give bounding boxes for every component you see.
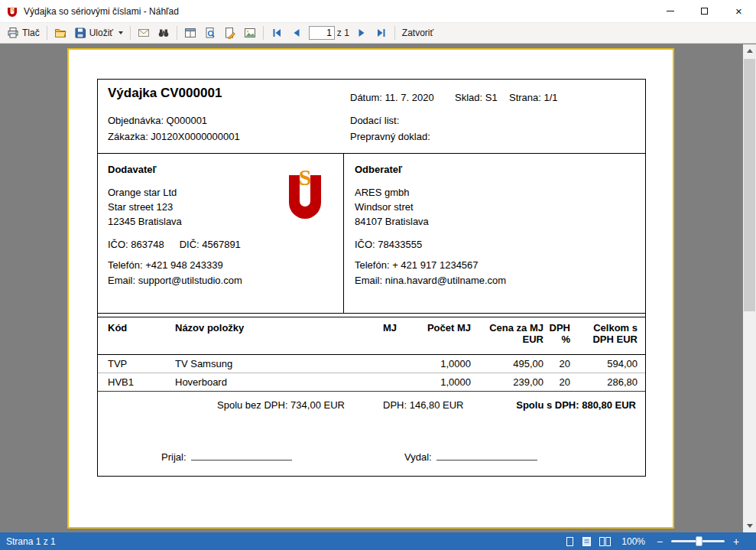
header-cell: DPH%	[543, 317, 570, 354]
separator	[130, 26, 131, 40]
cell-quantity: 1,0000	[397, 376, 471, 388]
svg-text:S: S	[299, 164, 312, 190]
cell-unit-price: 495,00	[471, 358, 543, 369]
app-icon: S	[6, 5, 18, 18]
maximize-icon	[701, 8, 708, 15]
separator	[177, 26, 177, 40]
print-button[interactable]: Tlač	[3, 24, 44, 41]
cell-item-name: Hoverboard	[175, 376, 343, 388]
company-logo: S	[284, 164, 326, 224]
cell-total: 286,80	[570, 376, 647, 388]
window-controls: ×	[653, 0, 756, 22]
invoice-header: Výdajka CV000001 Dátum: 11. 7. 2020 Skla…	[98, 80, 645, 154]
last-page-button[interactable]	[372, 24, 391, 41]
open-folder-icon	[54, 27, 67, 39]
table-row: TVP TV Samsung 1,0000 495,00 20 594,00	[98, 355, 645, 373]
status-page-info: Strana 1 z 1	[6, 536, 56, 547]
header-cell: Celkom sDPH EUR	[570, 317, 647, 354]
first-page-button[interactable]	[267, 24, 287, 41]
customer-ico: IČO: 78433555	[355, 237, 423, 252]
table-row: HVB1 Hoverboard 1,0000 239,00 20 286,80	[98, 373, 645, 392]
maximize-button[interactable]	[687, 0, 722, 22]
image-icon	[244, 27, 256, 39]
supplier-ico: IČO: 863748	[108, 237, 177, 252]
cell-quantity: 1,0000	[397, 358, 471, 369]
vertical-scrollbar[interactable]	[743, 44, 756, 532]
window-title: Výdajka so sériovými číslami - Náhľad	[24, 6, 179, 17]
scroll-up-button[interactable]	[743, 44, 756, 57]
close-button[interactable]: ×	[722, 0, 756, 22]
zoom-slider-thumb[interactable]	[696, 536, 702, 546]
previous-page-button[interactable]	[287, 24, 307, 41]
status-bar: Strana 1 z 1 100% − +	[0, 532, 756, 550]
watermark-button[interactable]	[240, 24, 260, 41]
customer-name: ARES gmbh	[355, 185, 645, 200]
arrow-down-icon	[747, 524, 753, 528]
totals-row: Spolu bez DPH: 734,00 EUR DPH: 146,80 EU…	[98, 392, 645, 439]
header-cell: Kód	[98, 317, 175, 354]
close-icon: ×	[735, 5, 742, 18]
supplier-email: Email: support@utilstudio.com	[108, 273, 343, 288]
save-label: Uložiť	[89, 28, 113, 38]
edit-page-button[interactable]	[220, 24, 240, 41]
preview-area: Výdajka CV000001 Dátum: 11. 7. 2020 Skla…	[0, 44, 756, 532]
minimize-icon	[667, 11, 674, 11]
page-number-input[interactable]	[309, 26, 335, 40]
page-layout-button[interactable]	[180, 24, 200, 41]
scrollbar-thumb[interactable]	[744, 59, 755, 311]
zoom-out-button[interactable]: −	[655, 536, 664, 547]
separator	[47, 26, 47, 40]
document-title: Výdajka CV000001	[108, 86, 222, 101]
received-by: Prijal:	[161, 451, 292, 463]
document-page: Výdajka CV000001 Dátum: 11. 7. 2020 Skla…	[67, 48, 674, 529]
zoom-in-button[interactable]: +	[732, 536, 741, 547]
search-button[interactable]	[154, 24, 174, 41]
email-button[interactable]	[134, 24, 154, 41]
binoculars-icon	[157, 27, 170, 39]
print-label: Tlač	[22, 28, 40, 38]
arrow-up-icon	[747, 49, 753, 53]
close-preview-label: Zatvoriť	[402, 28, 433, 38]
last-page-icon	[375, 27, 388, 39]
open-button[interactable]	[50, 24, 70, 41]
header-cell: Cena za MJEUR	[471, 317, 543, 354]
title-bar: S Výdajka so sériovými číslami - Náhľad …	[0, 0, 756, 23]
close-preview-button[interactable]: Zatvoriť	[398, 25, 437, 41]
page-label: Strana: 1/1	[509, 92, 558, 103]
invoice-frame: Výdajka CV000001 Dátum: 11. 7. 2020 Skla…	[97, 79, 646, 477]
customer-city: 84107 Bratislava	[355, 214, 645, 229]
cell-vat-rate: 20	[543, 376, 570, 388]
cell-unit-price: 239,00	[471, 376, 543, 388]
single-page-view-icon[interactable]	[565, 536, 575, 547]
header-cell: MJ	[343, 317, 397, 354]
zoom-level-label: 100%	[621, 536, 645, 547]
date-label: Dátum: 11. 7. 2020	[350, 92, 434, 103]
next-page-button[interactable]	[352, 24, 372, 41]
scroll-down-button[interactable]	[743, 519, 756, 532]
header-cell: Počet MJ	[397, 317, 471, 354]
save-dropdown-icon[interactable]	[118, 31, 123, 34]
cell-total: 594,00	[570, 358, 647, 369]
minimize-button[interactable]	[653, 0, 687, 22]
issued-by: Vydal:	[404, 451, 537, 463]
total-gross: Spolu s DPH: 880,80 EUR	[516, 399, 636, 411]
job-label: Zákazka: J0120X0000000001	[108, 131, 240, 142]
export-pdf-button[interactable]	[200, 24, 220, 41]
total-net: Spolu bez DPH: 734,00 EUR	[217, 399, 345, 411]
pencil-page-icon	[224, 27, 236, 39]
separator	[394, 26, 395, 40]
customer-email: Email: nina.havard@utilname.com	[355, 273, 645, 288]
page-width-view-icon[interactable]	[582, 536, 592, 547]
items-table-header: Kód Názov položky MJ Počet MJ Cena za MJ…	[98, 317, 645, 355]
toolbar: Tlač Uložiť	[0, 23, 756, 44]
save-button[interactable]: Uložiť	[70, 24, 127, 41]
customer-street: Windsor stret	[355, 200, 645, 214]
supplier-dic: DIČ: 4567891	[180, 239, 241, 250]
scrollbar-track[interactable]	[743, 57, 756, 519]
next-page-icon	[355, 27, 368, 39]
order-label: Objednávka: Q000001	[108, 115, 207, 126]
first-page-icon	[271, 27, 283, 39]
two-pages-view-icon[interactable]	[599, 536, 612, 547]
cell-code: TVP	[98, 358, 175, 369]
zoom-slider[interactable]	[671, 540, 725, 542]
